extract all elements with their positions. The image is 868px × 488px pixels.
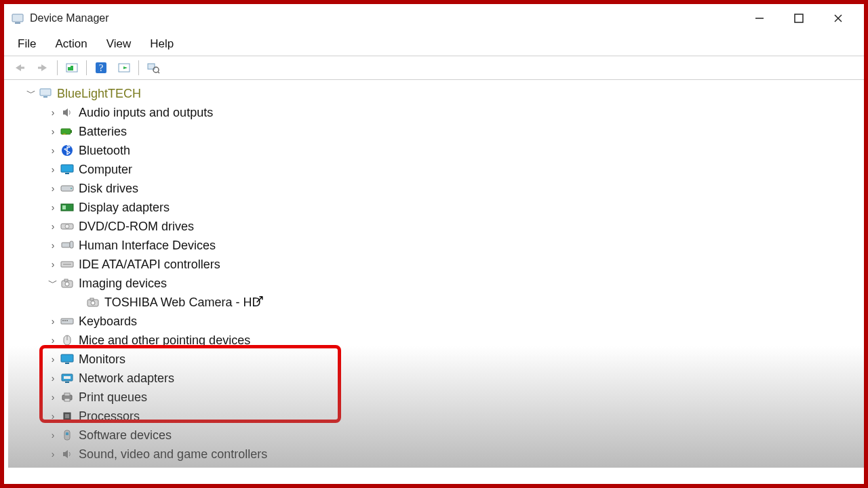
tree-item-label: Audio inputs and outputs — [79, 106, 213, 120]
printer-icon — [60, 390, 75, 405]
tree-item-label: Imaging devices — [79, 277, 167, 291]
menu-file[interactable]: File — [8, 35, 45, 54]
tree-root[interactable]: ﹀ BlueLightTECH — [8, 84, 860, 103]
chevron-down-icon[interactable]: ﹀ — [24, 87, 38, 100]
separator — [138, 60, 139, 75]
svg-point-29 — [65, 224, 69, 228]
chevron-right-icon[interactable]: › — [46, 430, 60, 441]
separator — [86, 60, 87, 75]
svg-rect-17 — [40, 89, 51, 96]
tree-category[interactable]: ﹀Imaging devices — [8, 274, 860, 293]
tree-item-label: Keyboards — [79, 314, 137, 329]
tree-category[interactable]: ›Display adapters — [8, 198, 860, 217]
cpu-icon — [60, 409, 75, 424]
tree-category[interactable]: ›Processors — [8, 407, 860, 426]
svg-rect-23 — [65, 173, 69, 174]
chevron-right-icon[interactable]: › — [46, 392, 60, 403]
scan-button[interactable] — [144, 59, 163, 77]
tree-item-label: Mice and other pointing devices — [79, 333, 250, 348]
svg-rect-38 — [90, 298, 94, 300]
tree-category[interactable]: ›Human Interface Devices — [8, 236, 860, 255]
svg-rect-53 — [64, 399, 70, 401]
tree-category[interactable]: ›Print queues — [8, 388, 860, 407]
tree-item-label: Display adapters — [79, 201, 170, 215]
tree-category[interactable]: ›Sound, video and game controllers — [8, 445, 860, 464]
software-icon — [60, 428, 75, 443]
cursor-icon — [254, 295, 264, 310]
chevron-down-icon[interactable]: ﹀ — [46, 277, 60, 289]
svg-rect-35 — [64, 279, 68, 281]
back-button[interactable] — [10, 59, 29, 77]
tree-category[interactable]: ›Bluetooth — [8, 141, 860, 160]
svg-rect-42 — [64, 320, 66, 321]
svg-point-36 — [65, 282, 69, 286]
chevron-right-icon[interactable]: › — [46, 354, 60, 365]
tree-category[interactable]: ›Monitors — [8, 350, 860, 369]
title-bar: Device Manager — [4, 4, 864, 33]
chevron-right-icon[interactable]: › — [46, 164, 60, 175]
tree-category[interactable]: ›Disk drives — [8, 179, 860, 198]
svg-rect-50 — [64, 376, 71, 379]
tree-category[interactable]: ›Mice and other pointing devices — [8, 331, 860, 350]
svg-rect-0 — [12, 14, 23, 22]
svg-rect-27 — [62, 205, 66, 209]
computer-icon — [38, 86, 53, 101]
tree-item-label: IDE ATA/ATAPI controllers — [79, 258, 220, 272]
chevron-right-icon[interactable]: › — [46, 183, 60, 194]
tree-category[interactable]: ›Software devices — [8, 426, 860, 445]
chevron-right-icon[interactable]: › — [46, 373, 60, 384]
svg-rect-9 — [68, 67, 71, 70]
tree-item-label: Processors — [79, 409, 140, 424]
mouse-icon — [60, 333, 75, 348]
help-button[interactable]: ? — [92, 59, 111, 77]
chevron-right-icon[interactable]: › — [46, 221, 60, 232]
toolbar: ? — [4, 56, 864, 80]
window-title: Device Manager — [30, 12, 109, 24]
svg-rect-20 — [71, 130, 72, 133]
tree-category[interactable]: ›Keyboards — [8, 312, 860, 331]
tree-category[interactable]: ›DVD/CD-ROM drives — [8, 217, 860, 236]
chevron-right-icon[interactable]: › — [46, 240, 60, 251]
svg-text:?: ? — [99, 63, 103, 73]
minimize-button[interactable] — [747, 9, 772, 28]
menu-help[interactable]: Help — [140, 35, 183, 54]
tree-category[interactable]: ›Batteries — [8, 122, 860, 141]
show-hidden-button[interactable] — [62, 59, 81, 77]
hid-icon — [60, 238, 75, 253]
close-button[interactable] — [826, 9, 850, 28]
tree-category[interactable]: ›IDE ATA/ATAPI controllers — [8, 255, 860, 274]
tree-category[interactable]: ›Audio inputs and outputs — [8, 103, 860, 122]
refresh-button[interactable] — [115, 59, 134, 77]
svg-rect-7 — [38, 67, 42, 69]
tree-item-label: Print queues — [79, 390, 147, 405]
chevron-right-icon[interactable]: › — [46, 126, 60, 137]
tree-category[interactable]: ›Network adapters — [8, 369, 860, 388]
menu-view[interactable]: View — [97, 35, 141, 54]
chevron-right-icon[interactable]: › — [46, 259, 60, 270]
chevron-right-icon[interactable]: › — [46, 316, 60, 327]
svg-rect-47 — [65, 363, 69, 364]
chevron-right-icon[interactable]: › — [46, 335, 60, 346]
forward-button[interactable] — [33, 59, 52, 77]
network-icon — [60, 371, 75, 386]
disk-icon — [60, 181, 75, 196]
tree-item-label: Human Interface Devices — [79, 239, 216, 253]
device-tree[interactable]: ﹀ BlueLightTECH ›Audio inputs and output… — [4, 80, 864, 468]
chevron-right-icon[interactable]: › — [46, 411, 60, 422]
chevron-right-icon[interactable]: › — [46, 449, 60, 460]
tree-item-label: Software devices — [79, 428, 172, 443]
tree-category[interactable]: ›Computer — [8, 160, 860, 179]
tree-root-label: BlueLightTECH — [57, 87, 141, 101]
svg-rect-1 — [15, 22, 20, 24]
battery-icon — [60, 124, 75, 139]
menu-action[interactable]: Action — [45, 35, 96, 54]
chevron-right-icon[interactable]: › — [46, 107, 60, 118]
camera-icon — [60, 276, 75, 291]
tree-device[interactable]: TOSHIBA Web Camera - HD — [8, 293, 860, 312]
chevron-right-icon[interactable]: › — [46, 202, 60, 213]
tree-item-label: Bluetooth — [79, 144, 130, 158]
svg-rect-6 — [20, 67, 24, 69]
chevron-right-icon[interactable]: › — [46, 145, 60, 156]
maximize-button[interactable] — [787, 9, 811, 28]
svg-rect-57 — [66, 432, 68, 435]
